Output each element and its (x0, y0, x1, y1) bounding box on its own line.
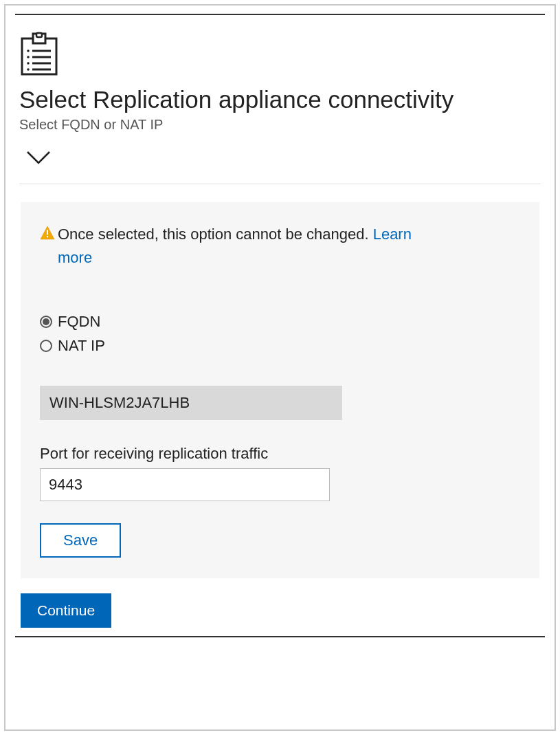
bottom-divider (15, 636, 545, 637)
radio-natip-label: NAT IP (58, 333, 105, 358)
page-title: Select Replication appliance connectivit… (19, 85, 541, 114)
radio-natip[interactable]: NAT IP (40, 333, 520, 358)
collapse-toggle[interactable] (5, 140, 555, 184)
section-divider (19, 184, 541, 184)
save-button[interactable]: Save (40, 523, 121, 558)
page-subtitle: Select FQDN or NAT IP (19, 117, 541, 133)
page-header: Select Replication appliance connectivit… (5, 15, 555, 140)
warning-text: Once selected, this option cannot be cha… (58, 223, 425, 270)
warning-message: Once selected, this option cannot be cha… (58, 226, 373, 243)
radio-fqdn-label: FQDN (58, 309, 100, 333)
connectivity-radio-group: FQDN NAT IP (40, 309, 520, 358)
continue-button[interactable]: Continue (21, 593, 111, 628)
port-input[interactable] (40, 468, 330, 501)
port-label: Port for receiving replication traffic (40, 445, 520, 463)
hostname-field: WIN-HLSM2JA7LHB (40, 386, 342, 420)
config-panel: Once selected, this option cannot be cha… (21, 202, 539, 578)
radio-unselected-icon (40, 340, 52, 352)
svg-rect-2 (36, 33, 42, 37)
svg-point-9 (27, 68, 30, 71)
radio-selected-icon (40, 316, 52, 328)
clipboard-icon (19, 32, 541, 80)
chevron-down-icon (25, 156, 52, 168)
svg-rect-12 (47, 230, 48, 235)
svg-point-5 (27, 56, 30, 58)
svg-point-7 (27, 62, 30, 65)
page-container: Select Replication appliance connectivit… (4, 4, 556, 731)
svg-rect-13 (47, 236, 48, 237)
warning-banner: Once selected, this option cannot be cha… (40, 223, 425, 270)
radio-fqdn[interactable]: FQDN (40, 309, 520, 333)
svg-point-3 (27, 50, 30, 52)
warning-icon (40, 226, 55, 243)
